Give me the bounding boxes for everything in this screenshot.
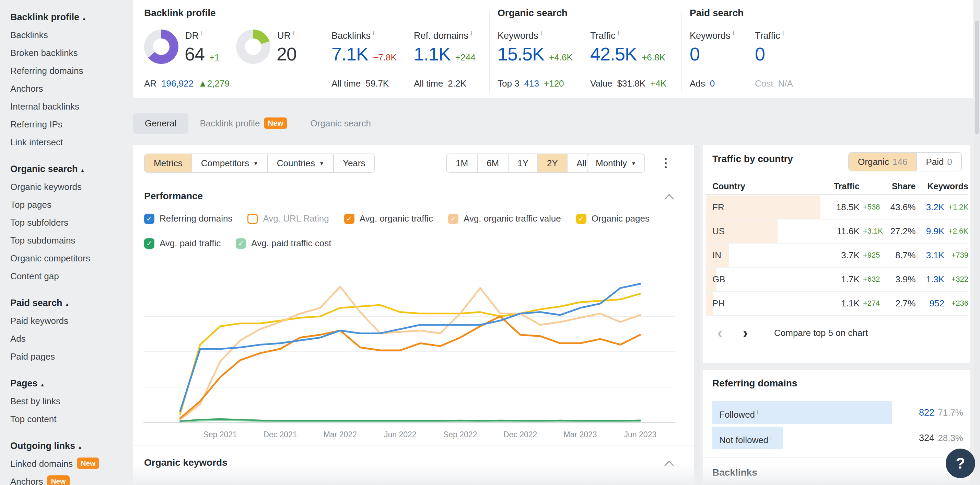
legend-organic-pages[interactable]: ✓Organic pages xyxy=(576,213,649,224)
sidebar-section-backlink-profile[interactable]: Backlink profile▴ xyxy=(10,8,133,26)
sidebar-section-organic-search[interactable]: Organic search▴ xyxy=(10,160,133,178)
ar-value-link[interactable]: 196,922 xyxy=(161,78,194,89)
prev-page-icon[interactable]: ‹ xyxy=(712,324,727,341)
page-scrollbar[interactable] xyxy=(974,0,980,485)
keywords-link[interactable]: 9.9K xyxy=(915,226,944,237)
filter-years-button[interactable]: Years xyxy=(333,154,374,172)
x-axis-label: Jun 2022 xyxy=(384,430,417,439)
legend-avg-url-rating[interactable]: Avg. URL Rating xyxy=(247,213,329,224)
info-icon[interactable]: i xyxy=(293,30,294,37)
legend-avg-paid-traffic[interactable]: ✓Avg. paid traffic xyxy=(144,238,221,249)
sidebar-item-organic-keywords[interactable]: Organic keywords xyxy=(10,178,133,196)
x-axis-label: Mar 2022 xyxy=(324,430,357,439)
sidebar-section-pages[interactable]: Pages▴ xyxy=(10,374,133,392)
inner-scrollbar[interactable] xyxy=(694,145,700,485)
sidebar-item-content-gap[interactable]: Content gap xyxy=(10,267,133,285)
legend-referring-domains[interactable]: ✓Referring domains xyxy=(144,213,232,224)
sidebar-section-paid-search[interactable]: Paid search▴ xyxy=(10,294,133,312)
info-icon[interactable]: i xyxy=(373,30,374,37)
sidebar-item-top-content[interactable]: Top content xyxy=(10,410,133,428)
scrollbar-thumb[interactable] xyxy=(975,21,979,134)
keywords-delta: +322 xyxy=(944,275,968,284)
checked-checkbox[interactable]: ✓ xyxy=(448,214,458,224)
sidebar-item-linked-domains[interactable]: Linked domainsNew xyxy=(10,455,133,473)
sidebar-item-top-subfolders[interactable]: Top subfolders xyxy=(10,214,133,231)
legend-avg-organic-traffic[interactable]: ✓Avg. organic traffic xyxy=(344,213,433,224)
sidebar-item-organic-competitors[interactable]: Organic competitors xyxy=(10,249,133,267)
sidebar-item-anchors[interactable]: AnchorsNew xyxy=(10,473,133,485)
share-value: 2.7% xyxy=(886,298,916,309)
country-row-ph[interactable]: PH1.1K+2742.7%952+236 xyxy=(706,292,968,316)
keywords-link[interactable]: 1.3K xyxy=(915,274,944,285)
tab-backlink-profile[interactable]: Backlink profileNew xyxy=(188,113,299,134)
country-row-fr[interactable]: FR18.5K+53843.6%3.2K+1.2K xyxy=(706,195,968,220)
range-2y-button[interactable]: 2Y xyxy=(537,154,567,172)
info-icon[interactable]: i xyxy=(757,410,758,415)
range-1m-button[interactable]: 1M xyxy=(447,154,477,172)
granularity-dropdown[interactable]: Monthly▼ xyxy=(587,153,645,173)
sidebar-item-internal-backlinks[interactable]: Internal backlinks xyxy=(10,97,133,115)
collapse-performance-icon[interactable] xyxy=(664,194,674,204)
sidebar: Backlink profile▴BacklinksBroken backlin… xyxy=(0,0,133,485)
legend-avg-organic-traffic-value[interactable]: ✓Avg. organic traffic value xyxy=(448,213,561,224)
sidebar-item-top-pages[interactable]: Top pages xyxy=(10,196,133,214)
sidebar-item-referring-ips[interactable]: Referring IPs xyxy=(10,115,133,133)
keywords-link[interactable]: 3.1K xyxy=(915,250,944,261)
next-page-icon[interactable]: › xyxy=(738,324,753,341)
compare-top5-link[interactable]: Compare top 5 on chart xyxy=(774,328,868,338)
sidebar-item-paid-keywords[interactable]: Paid keywords xyxy=(10,312,133,330)
range-1y-button[interactable]: 1Y xyxy=(508,154,537,172)
info-icon[interactable]: i xyxy=(471,30,472,37)
tab-general[interactable]: General xyxy=(133,113,188,134)
kebab-menu-icon[interactable] xyxy=(659,153,673,173)
sidebar-item-ads[interactable]: Ads xyxy=(10,330,133,348)
traffic-delta: +3.1K xyxy=(859,227,886,236)
info-icon[interactable]: i xyxy=(733,30,734,37)
sidebar-item-anchors[interactable]: Anchors xyxy=(10,80,133,97)
filter-competitors-button[interactable]: Competitors▼ xyxy=(191,154,267,172)
help-button[interactable]: ? xyxy=(946,448,975,478)
range-6m-button[interactable]: 6M xyxy=(477,154,508,172)
rd-row-followed[interactable]: Followedi82271.7% xyxy=(712,401,963,424)
share-value: 43.6% xyxy=(886,202,916,213)
country-row-gb[interactable]: GB1.7K+6323.9%1.3K+322 xyxy=(706,268,968,292)
chevron-down-icon: ▼ xyxy=(319,160,324,166)
sidebar-item-top-subdomains[interactable]: Top subdomains xyxy=(10,231,133,249)
toggle-organic-button[interactable]: Organic146 xyxy=(849,153,916,171)
info-icon[interactable]: i xyxy=(201,30,202,37)
collapse-organic-keywords-icon[interactable] xyxy=(664,461,674,470)
checked-checkbox[interactable]: ✓ xyxy=(344,214,355,224)
toggle-paid-button[interactable]: Paid0 xyxy=(916,153,961,171)
info-icon[interactable]: i xyxy=(783,30,784,37)
series-avg-organic-traffic-value[interactable] xyxy=(180,287,640,420)
sidebar-item-paid-pages[interactable]: Paid pages xyxy=(10,348,133,365)
performance-chart[interactable]: Sep 2021Dec 2021Mar 2022Jun 2022Sep 2022… xyxy=(133,269,684,444)
checked-checkbox[interactable]: ✓ xyxy=(576,214,586,224)
info-icon[interactable]: i xyxy=(770,435,772,441)
traffic-delta: +632 xyxy=(859,275,886,284)
sidebar-item-backlinks[interactable]: Backlinks xyxy=(10,26,133,44)
info-icon[interactable]: i xyxy=(618,30,619,37)
sidebar-item-referring-domains[interactable]: Referring domains xyxy=(10,62,133,80)
country-row-us[interactable]: US11.6K+3.1K27.2%9.9K+2.6K xyxy=(706,220,968,244)
checked-checkbox[interactable]: ✓ xyxy=(236,238,246,249)
legend-avg-paid-traffic-cost[interactable]: ✓Avg. paid traffic cost xyxy=(236,238,331,249)
country-row-in[interactable]: IN3.7K+9258.7%3.1K+739 xyxy=(706,244,968,268)
keywords-link[interactable]: 952 xyxy=(915,298,944,309)
sidebar-item-broken-backlinks[interactable]: Broken backlinks xyxy=(10,44,133,62)
sidebar-item-best-by-links[interactable]: Best by links xyxy=(10,392,133,410)
keywords-delta: +739 xyxy=(944,251,968,260)
sidebar-section-outgoing-links[interactable]: Outgoing links▴ xyxy=(10,437,133,455)
info-icon[interactable]: i xyxy=(541,30,542,37)
filter-metrics-button[interactable]: Metrics xyxy=(145,154,191,172)
rd-value[interactable]: 822 xyxy=(919,401,934,424)
filter-countries-button[interactable]: Countries▼ xyxy=(267,154,333,172)
tab-organic-search[interactable]: Organic search xyxy=(299,113,383,134)
checked-checkbox[interactable]: ✓ xyxy=(144,238,154,249)
unchecked-checkbox[interactable] xyxy=(247,214,258,224)
rd-row-not-followed[interactable]: Not followedi32428.3% xyxy=(712,427,963,449)
keywords-link[interactable]: 3.2K xyxy=(915,202,944,213)
sidebar-item-link-intersect[interactable]: Link intersect xyxy=(10,133,133,151)
toggle-count: 0 xyxy=(947,156,952,167)
checked-checkbox[interactable]: ✓ xyxy=(144,214,154,224)
